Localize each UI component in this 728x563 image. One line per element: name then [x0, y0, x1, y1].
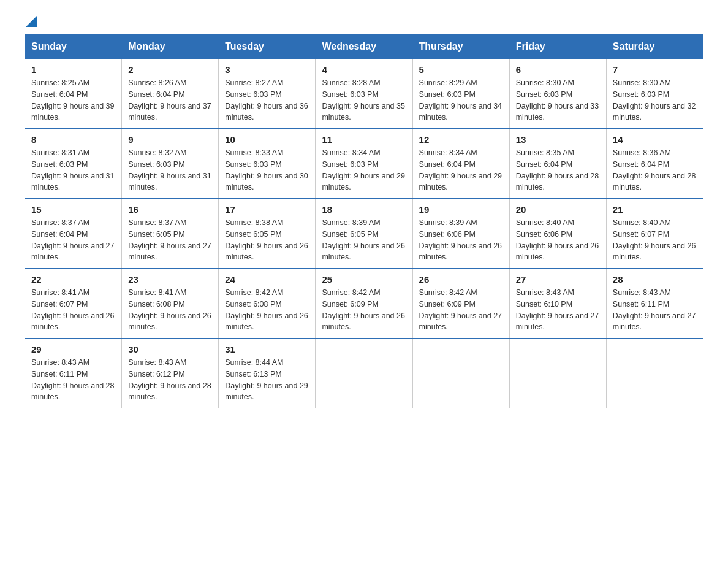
- calendar-cell: 27 Sunrise: 8:43 AM Sunset: 6:10 PM Dayl…: [509, 269, 606, 339]
- day-number: 9: [128, 134, 212, 145]
- day-number: 17: [225, 204, 309, 215]
- logo-triangle-icon: [26, 16, 37, 27]
- day-info: Sunrise: 8:31 AM Sunset: 6:03 PM Dayligh…: [31, 147, 115, 193]
- calendar-cell: 19 Sunrise: 8:39 AM Sunset: 6:06 PM Dayl…: [412, 199, 509, 269]
- calendar-cell: 26 Sunrise: 8:42 AM Sunset: 6:09 PM Dayl…: [412, 269, 509, 339]
- day-number: 29: [31, 344, 115, 354]
- calendar-cell: 17 Sunrise: 8:38 AM Sunset: 6:05 PM Dayl…: [219, 199, 316, 269]
- day-info: Sunrise: 8:42 AM Sunset: 6:09 PM Dayligh…: [322, 287, 406, 333]
- day-number: 7: [613, 64, 697, 75]
- day-number: 31: [225, 344, 309, 354]
- calendar-cell: 22 Sunrise: 8:41 AM Sunset: 6:07 PM Dayl…: [25, 269, 122, 339]
- day-info: Sunrise: 8:40 AM Sunset: 6:07 PM Dayligh…: [613, 217, 697, 263]
- calendar-cell: 4 Sunrise: 8:28 AM Sunset: 6:03 PM Dayli…: [316, 59, 412, 129]
- day-number: 14: [613, 134, 697, 145]
- day-info: Sunrise: 8:35 AM Sunset: 6:04 PM Dayligh…: [516, 147, 600, 193]
- calendar-cell: 20 Sunrise: 8:40 AM Sunset: 6:06 PM Dayl…: [509, 199, 606, 269]
- header-monday: Monday: [122, 35, 219, 59]
- day-info: Sunrise: 8:37 AM Sunset: 6:04 PM Dayligh…: [31, 217, 115, 263]
- calendar-cell: 18 Sunrise: 8:39 AM Sunset: 6:05 PM Dayl…: [316, 199, 412, 269]
- day-info: Sunrise: 8:37 AM Sunset: 6:05 PM Dayligh…: [128, 217, 212, 263]
- day-number: 4: [322, 64, 406, 75]
- day-number: 30: [128, 344, 212, 354]
- day-info: Sunrise: 8:44 AM Sunset: 6:13 PM Dayligh…: [225, 357, 309, 403]
- header-thursday: Thursday: [412, 35, 509, 59]
- day-number: 25: [322, 274, 406, 285]
- calendar-cell: 16 Sunrise: 8:37 AM Sunset: 6:05 PM Dayl…: [122, 199, 219, 269]
- day-info: Sunrise: 8:43 AM Sunset: 6:11 PM Dayligh…: [31, 357, 115, 403]
- day-info: Sunrise: 8:29 AM Sunset: 6:03 PM Dayligh…: [419, 77, 503, 123]
- calendar-cell: 15 Sunrise: 8:37 AM Sunset: 6:04 PM Dayl…: [25, 199, 122, 269]
- day-info: Sunrise: 8:30 AM Sunset: 6:03 PM Dayligh…: [516, 77, 600, 123]
- day-number: 1: [31, 64, 115, 75]
- calendar-cell: 12 Sunrise: 8:34 AM Sunset: 6:04 PM Dayl…: [412, 129, 509, 199]
- day-number: 23: [128, 274, 212, 285]
- day-number: 27: [516, 274, 600, 285]
- day-info: Sunrise: 8:34 AM Sunset: 6:03 PM Dayligh…: [322, 147, 406, 193]
- day-info: Sunrise: 8:32 AM Sunset: 6:03 PM Dayligh…: [128, 147, 212, 193]
- calendar-cell: 9 Sunrise: 8:32 AM Sunset: 6:03 PM Dayli…: [122, 129, 219, 199]
- calendar-cell: 24 Sunrise: 8:42 AM Sunset: 6:08 PM Dayl…: [219, 269, 316, 339]
- day-number: 15: [31, 204, 115, 215]
- calendar-cell: 5 Sunrise: 8:29 AM Sunset: 6:03 PM Dayli…: [412, 59, 509, 129]
- calendar-cell: 2 Sunrise: 8:26 AM Sunset: 6:04 PM Dayli…: [122, 59, 219, 129]
- week-row-3: 15 Sunrise: 8:37 AM Sunset: 6:04 PM Dayl…: [25, 199, 703, 269]
- calendar-cell: [412, 339, 509, 408]
- calendar-cell: [509, 339, 606, 408]
- calendar-cell: 7 Sunrise: 8:30 AM Sunset: 6:03 PM Dayli…: [606, 59, 703, 129]
- day-info: Sunrise: 8:42 AM Sunset: 6:09 PM Dayligh…: [419, 287, 503, 333]
- day-number: 24: [225, 274, 309, 285]
- calendar-cell: 8 Sunrise: 8:31 AM Sunset: 6:03 PM Dayli…: [25, 129, 122, 199]
- calendar-cell: 30 Sunrise: 8:43 AM Sunset: 6:12 PM Dayl…: [122, 339, 219, 408]
- logo: [25, 18, 37, 27]
- day-info: Sunrise: 8:39 AM Sunset: 6:05 PM Dayligh…: [322, 217, 406, 263]
- day-info: Sunrise: 8:39 AM Sunset: 6:06 PM Dayligh…: [419, 217, 503, 263]
- day-number: 16: [128, 204, 212, 215]
- day-info: Sunrise: 8:43 AM Sunset: 6:11 PM Dayligh…: [613, 287, 697, 333]
- calendar-cell: 31 Sunrise: 8:44 AM Sunset: 6:13 PM Dayl…: [219, 339, 316, 408]
- week-row-2: 8 Sunrise: 8:31 AM Sunset: 6:03 PM Dayli…: [25, 129, 703, 199]
- day-number: 13: [516, 134, 600, 145]
- week-row-4: 22 Sunrise: 8:41 AM Sunset: 6:07 PM Dayl…: [25, 269, 703, 339]
- day-info: Sunrise: 8:43 AM Sunset: 6:12 PM Dayligh…: [128, 357, 212, 403]
- day-info: Sunrise: 8:43 AM Sunset: 6:10 PM Dayligh…: [516, 287, 600, 333]
- header-friday: Friday: [509, 35, 606, 59]
- header-tuesday: Tuesday: [219, 35, 316, 59]
- header-wednesday: Wednesday: [316, 35, 412, 59]
- page-header: [25, 18, 703, 27]
- day-info: Sunrise: 8:25 AM Sunset: 6:04 PM Dayligh…: [31, 77, 115, 123]
- week-row-5: 29 Sunrise: 8:43 AM Sunset: 6:11 PM Dayl…: [25, 339, 703, 408]
- day-info: Sunrise: 8:41 AM Sunset: 6:08 PM Dayligh…: [128, 287, 212, 333]
- day-info: Sunrise: 8:40 AM Sunset: 6:06 PM Dayligh…: [516, 217, 600, 263]
- day-number: 3: [225, 64, 309, 75]
- day-info: Sunrise: 8:36 AM Sunset: 6:04 PM Dayligh…: [613, 147, 697, 193]
- day-info: Sunrise: 8:38 AM Sunset: 6:05 PM Dayligh…: [225, 217, 309, 263]
- day-info: Sunrise: 8:26 AM Sunset: 6:04 PM Dayligh…: [128, 77, 212, 123]
- calendar-cell: 14 Sunrise: 8:36 AM Sunset: 6:04 PM Dayl…: [606, 129, 703, 199]
- day-info: Sunrise: 8:34 AM Sunset: 6:04 PM Dayligh…: [419, 147, 503, 193]
- day-info: Sunrise: 8:33 AM Sunset: 6:03 PM Dayligh…: [225, 147, 309, 193]
- calendar-cell: [316, 339, 412, 408]
- calendar-cell: 10 Sunrise: 8:33 AM Sunset: 6:03 PM Dayl…: [219, 129, 316, 199]
- calendar-cell: 3 Sunrise: 8:27 AM Sunset: 6:03 PM Dayli…: [219, 59, 316, 129]
- day-number: 8: [31, 134, 115, 145]
- calendar-cell: 11 Sunrise: 8:34 AM Sunset: 6:03 PM Dayl…: [316, 129, 412, 199]
- calendar-cell: 28 Sunrise: 8:43 AM Sunset: 6:11 PM Dayl…: [606, 269, 703, 339]
- day-number: 18: [322, 204, 406, 215]
- calendar-cell: 13 Sunrise: 8:35 AM Sunset: 6:04 PM Dayl…: [509, 129, 606, 199]
- day-number: 5: [419, 64, 503, 75]
- day-info: Sunrise: 8:42 AM Sunset: 6:08 PM Dayligh…: [225, 287, 309, 333]
- header-saturday: Saturday: [606, 35, 703, 59]
- day-number: 10: [225, 134, 309, 145]
- day-number: 28: [613, 274, 697, 285]
- day-info: Sunrise: 8:30 AM Sunset: 6:03 PM Dayligh…: [613, 77, 697, 123]
- day-number: 12: [419, 134, 503, 145]
- calendar-cell: 1 Sunrise: 8:25 AM Sunset: 6:04 PM Dayli…: [25, 59, 122, 129]
- calendar-cell: 25 Sunrise: 8:42 AM Sunset: 6:09 PM Dayl…: [316, 269, 412, 339]
- day-info: Sunrise: 8:27 AM Sunset: 6:03 PM Dayligh…: [225, 77, 309, 123]
- day-info: Sunrise: 8:28 AM Sunset: 6:03 PM Dayligh…: [322, 77, 406, 123]
- calendar-cell: 29 Sunrise: 8:43 AM Sunset: 6:11 PM Dayl…: [25, 339, 122, 408]
- svg-marker-0: [26, 16, 37, 27]
- week-row-1: 1 Sunrise: 8:25 AM Sunset: 6:04 PM Dayli…: [25, 59, 703, 129]
- day-number: 22: [31, 274, 115, 285]
